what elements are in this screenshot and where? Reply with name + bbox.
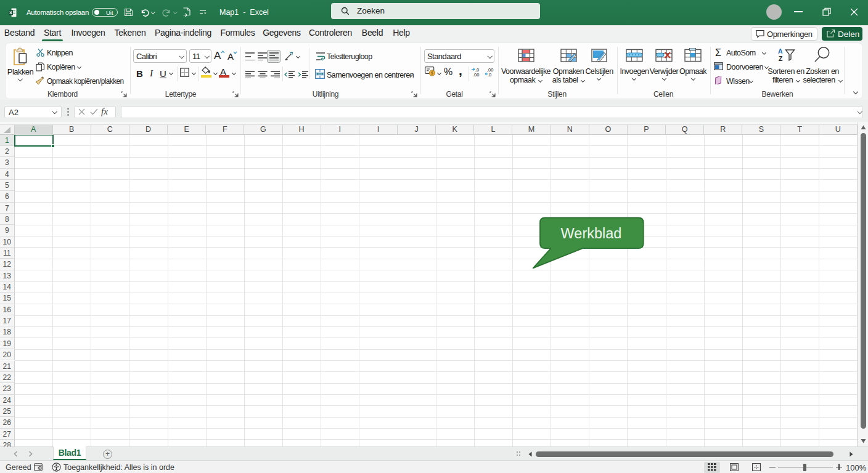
svg-text:A: A — [778, 47, 783, 55]
svg-text:Z: Z — [779, 55, 783, 62]
svg-text:,00: ,00 — [473, 72, 479, 77]
svg-text:Werkblad: Werkblad — [561, 225, 622, 241]
